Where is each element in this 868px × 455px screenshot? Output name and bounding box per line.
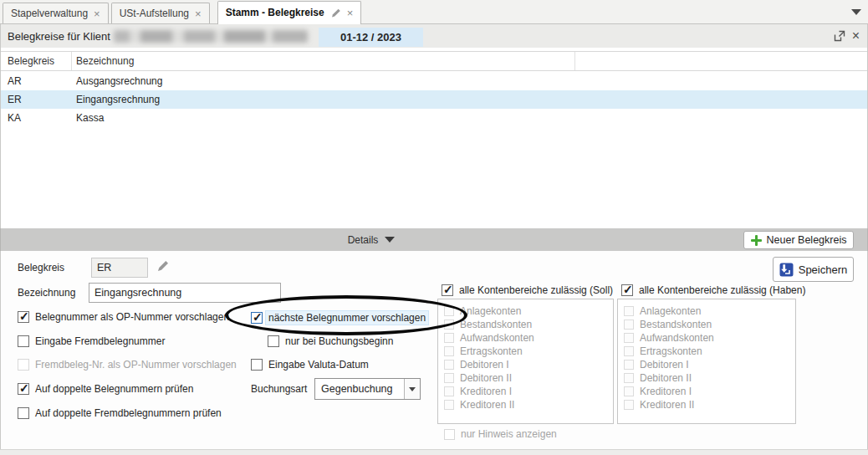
checkbox-alle-kontenbereiche-soll[interactable]: alle Kontenbereiche zulässig (Soll) <box>442 284 613 296</box>
checkbox-label: alle Kontenbereiche zulässig (Haben) <box>639 284 805 296</box>
checkbox-label: Auf doppelte Fremdbelegnummern prüfen <box>35 407 222 419</box>
speichern-button[interactable]: Speichern <box>773 257 854 282</box>
konten-item-label: Ertragskonten <box>460 345 523 357</box>
bezeichnung-input[interactable]: Eingangsrechnung <box>89 283 281 303</box>
konten-item: Anlagekonten <box>444 304 613 318</box>
details-label: Details <box>348 234 379 246</box>
tab-close-icon[interactable]: × <box>94 8 100 19</box>
checkbox-box <box>624 306 634 316</box>
checkbox-box <box>18 383 29 395</box>
checkbox-box <box>444 333 454 343</box>
belegkreis-input[interactable]: ER <box>91 258 148 278</box>
belegkreis-table: Belegkreis Bezeichnung AR Ausgangsrechnu… <box>0 48 868 228</box>
save-icon <box>779 263 794 277</box>
column-header-belegkreis[interactable]: Belegkreis <box>1 52 72 70</box>
checkbox-label: Belegnummer als OP-Nummer vorschlagen <box>35 311 229 323</box>
checkbox-box <box>444 306 454 316</box>
table-header-row: Belegkreis Bezeichnung <box>1 51 867 71</box>
tab-stapelverwaltung[interactable]: Stapelverwaltung × <box>3 3 109 23</box>
checkbox-box <box>251 359 263 371</box>
konten-item-label: Anlagekonten <box>640 305 701 317</box>
details-collapse-toggle[interactable]: Details <box>1 228 742 251</box>
konten-item: Kreditoren I <box>624 385 795 398</box>
checkbox-box <box>18 311 29 323</box>
konten-item: Kreditoren I <box>444 385 613 398</box>
buchungsart-label: Buchungsart <box>251 383 307 395</box>
checkbox-box <box>624 400 634 410</box>
tab-close-icon[interactable]: × <box>195 8 202 19</box>
cell-belegkreis: ER <box>1 94 72 105</box>
bezeichnung-field-label: Bezeichnung <box>18 287 75 299</box>
checkbox-box <box>624 386 634 396</box>
konten-item: Debitoren I <box>624 358 795 371</box>
konten-item-label: Aufwandskonten <box>640 332 714 344</box>
details-panel: Speichern Belegkreis ER Bezeichnung Eing… <box>0 251 868 449</box>
kontenbereiche-soll-listbox[interactable]: Anlagekonten Bestandskonten Aufwandskont… <box>437 299 614 424</box>
konten-item-label: Debitoren I <box>640 359 689 371</box>
table-row-er-selected[interactable]: ER Eingangsrechnung <box>1 90 867 109</box>
checkbox-naechste-belegnummer[interactable]: nächste Belegnummer vorschlagen <box>251 311 428 325</box>
period-badge[interactable]: 01-12 / 2023 <box>319 28 423 47</box>
checkbox-eingabe-valuta-datum[interactable]: Eingabe Valuta-Datum <box>251 359 369 371</box>
table-row-ka[interactable]: KA Kassa <box>1 109 867 127</box>
konten-item-label: Kreditoren II <box>640 399 694 411</box>
edit-pencil-icon <box>330 8 341 18</box>
konten-item: Aufwandskonten <box>444 331 613 345</box>
checkbox-label: nächste Belegnummer vorschlagen <box>266 311 428 325</box>
checkbox-nur-bei-buchungsbeginn[interactable]: nur bei Buchungsbeginn <box>268 335 393 347</box>
checkbox-label: nur bei Buchungsbeginn <box>285 335 393 347</box>
checkbox-box <box>18 359 29 371</box>
close-view-icon[interactable]: × <box>852 29 860 43</box>
checkbox-box <box>268 335 279 347</box>
konten-item: Debitoren II <box>444 371 613 385</box>
checkbox-box <box>251 312 263 324</box>
tab-stamm-belegkreise[interactable]: Stamm - Belegkreise × <box>217 1 362 24</box>
checkbox-auf-doppelte-fremdbelegnummern[interactable]: Auf doppelte Fremdbelegnummern prüfen <box>18 407 222 419</box>
tab-ust-aufstellung[interactable]: USt-Aufstellung × <box>111 3 210 23</box>
dropdown-chevron-down-icon[interactable] <box>404 379 420 399</box>
konten-item: Anlagekonten <box>624 304 795 318</box>
tab-label: Stapelverwaltung <box>11 8 88 19</box>
checkbox-box <box>621 284 633 296</box>
checkbox-box <box>444 320 454 330</box>
konten-item: Ertragskonten <box>624 345 795 358</box>
checkbox-label: alle Kontenbereiche zulässig (Soll) <box>459 284 613 296</box>
column-header-bezeichnung[interactable]: Bezeichnung <box>72 52 575 70</box>
checkbox-box <box>444 429 455 440</box>
chevron-down-icon <box>385 237 395 243</box>
konten-item-label: Bestandskonten <box>640 319 712 330</box>
tab-overflow-chevron-down-icon[interactable] <box>851 9 861 15</box>
checkbox-fremdbeleg-nr-als-op-nummer: Fremdbeleg-Nr. als OP-Nummer vorschlagen <box>18 359 237 371</box>
konten-item: Debitoren I <box>444 358 613 371</box>
konten-item: Kreditoren II <box>444 398 613 412</box>
checkbox-box <box>442 284 453 296</box>
cell-bezeichnung: Kassa <box>72 112 104 124</box>
tab-close-icon[interactable]: × <box>347 8 354 18</box>
checkbox-box <box>444 346 454 356</box>
konten-item-label: Debitoren II <box>640 372 692 384</box>
tab-label: USt-Aufstellung <box>120 8 189 19</box>
edit-belegkreis-pencil-icon[interactable] <box>156 259 170 273</box>
konten-item-label: Bestandskonten <box>460 319 532 330</box>
open-external-icon[interactable] <box>834 30 845 42</box>
checkbox-eingabe-fremdbelegnummer[interactable]: Eingabe Fremdbelegnummer <box>18 335 165 347</box>
checkbox-label: Eingabe Valuta-Datum <box>268 359 369 371</box>
konten-item-label: Debitoren II <box>460 372 512 384</box>
checkbox-belegnummer-als-op-nummer[interactable]: Belegnummer als OP-Nummer vorschlagen <box>18 311 229 323</box>
checkbox-label: Fremdbeleg-Nr. als OP-Nummer vorschlagen <box>35 359 237 371</box>
kontenbereiche-haben-listbox[interactable]: Anlagekonten Bestandskonten Aufwandskont… <box>617 299 796 424</box>
button-label: Neuer Belegkreis <box>767 234 847 246</box>
konten-item: Bestandskonten <box>444 318 613 331</box>
cell-bezeichnung: Eingangsrechnung <box>72 94 160 105</box>
plus-icon <box>751 235 762 246</box>
neuer-belegkreis-button[interactable]: Neuer Belegkreis <box>743 231 854 249</box>
konten-item-label: Kreditoren II <box>460 399 514 411</box>
table-row-ar[interactable]: AR Ausgangsrechnung <box>1 72 867 90</box>
checkbox-box <box>444 373 454 383</box>
buchungsart-dropdown[interactable]: Gegenbuchung <box>314 378 421 400</box>
konten-item-label: Anlagekonten <box>460 305 521 317</box>
checkbox-alle-kontenbereiche-haben[interactable]: alle Kontenbereiche zulässig (Haben) <box>621 284 805 296</box>
checkbox-auf-doppelte-belegnummern[interactable]: Auf doppelte Belegnummern prüfen <box>18 383 193 395</box>
checkbox-box <box>444 360 454 370</box>
konten-item: Bestandskonten <box>624 318 795 331</box>
